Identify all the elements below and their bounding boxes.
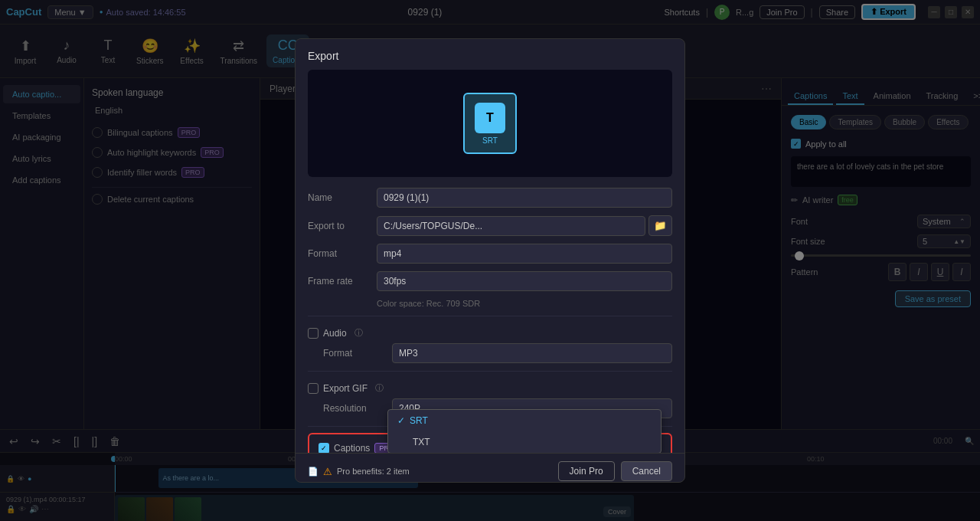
- audio-format-select[interactable]: MP3: [392, 343, 672, 363]
- warning-icon: ⚠: [323, 466, 332, 477]
- format-select[interactable]: mp4: [377, 244, 672, 264]
- divider-gif: [308, 371, 672, 372]
- srt-preview-icon: T SRT: [463, 93, 517, 154]
- frame-rate-label: Frame rate: [308, 276, 377, 287]
- audio-section-title: Audio: [323, 328, 347, 339]
- captions-section-title: Captions: [334, 443, 370, 454]
- gif-section-title: Export GIF: [323, 383, 368, 394]
- modal-overlay: Export T SRT Name Export to: [0, 0, 980, 521]
- resolution-label: Resolution: [323, 403, 392, 414]
- srt-checkmark-icon: ✓: [397, 415, 405, 426]
- dropdown-txt-option[interactable]: TXT: [388, 431, 661, 453]
- export-to-label: Export to: [308, 221, 377, 231]
- frame-rate-row: Frame rate 30fps: [308, 271, 672, 291]
- export-path-input[interactable]: [377, 216, 645, 236]
- audio-section-header: Audio ⓘ: [308, 323, 672, 343]
- audio-info-icon: ⓘ: [354, 327, 363, 339]
- join-pro-modal-button[interactable]: Join Pro: [558, 461, 615, 481]
- format-label: Format: [308, 248, 377, 259]
- pro-benefits-label: Pro benefits: 2 item: [337, 467, 410, 476]
- gif-checkbox[interactable]: [308, 383, 318, 394]
- export-to-row: Export to 📁: [308, 215, 672, 236]
- format-row: Format mp4: [308, 244, 672, 264]
- modal-title: Export: [296, 39, 684, 70]
- frame-rate-select[interactable]: 30fps: [377, 271, 672, 291]
- audio-format-label: Format: [323, 348, 392, 359]
- modal-footer: 📄 ⚠ Pro benefits: 2 item Join Pro Cancel: [296, 453, 684, 489]
- captions-section: ✓ Captions PRO ⓘ Format SRT ▲: [308, 433, 672, 453]
- name-row: Name: [308, 188, 672, 208]
- captions-checkbox[interactable]: ✓: [318, 443, 329, 454]
- gif-info-icon: ⓘ: [375, 382, 384, 394]
- browse-folder-button[interactable]: 📁: [648, 215, 672, 236]
- srt-icon-top: T: [475, 103, 505, 133]
- footer-info: 📄 ⚠ Pro benefits: 2 item: [308, 466, 410, 477]
- footer-buttons: Join Pro Cancel: [558, 461, 672, 481]
- dropdown-srt-option[interactable]: ✓ SRT: [388, 410, 661, 431]
- srt-label: SRT: [482, 136, 498, 145]
- name-label: Name: [308, 192, 377, 203]
- export-modal: Export T SRT Name Export to: [295, 38, 685, 483]
- divider-audio: [308, 316, 672, 316]
- audio-checkbox[interactable]: [308, 328, 318, 339]
- color-space-info: Color space: Rec. 709 SDR: [377, 299, 672, 308]
- modal-body: T SRT Name Export to 📁 Format: [296, 70, 684, 453]
- caption-format-dropdown: ✓ SRT TXT: [387, 409, 662, 453]
- name-input[interactable]: [377, 188, 672, 208]
- export-to-input-area: 📁: [377, 215, 672, 236]
- export-preview-area: T SRT: [308, 70, 672, 177]
- t-letter: T: [486, 111, 494, 125]
- audio-format-row: Format MP3: [308, 343, 672, 363]
- gif-section-header: Export GIF ⓘ: [308, 378, 672, 398]
- document-icon: 📄: [308, 467, 318, 477]
- cancel-modal-button[interactable]: Cancel: [621, 461, 672, 481]
